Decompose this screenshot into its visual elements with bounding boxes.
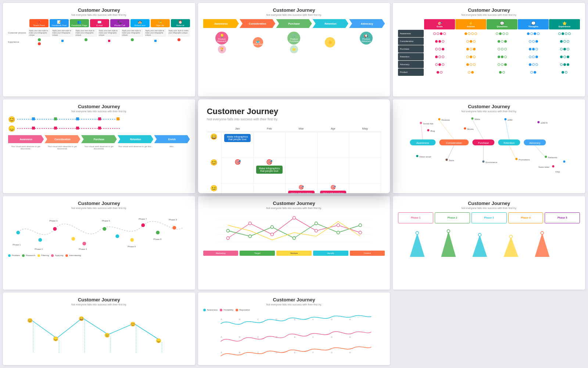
task-jan-1: Make infographics that people love [224, 134, 251, 142]
phase-box-3: Phase 3 [472, 212, 507, 223]
svg-text:H: H [349, 351, 351, 354]
svg-text:Mocks: Mocks [467, 128, 474, 130]
journey-line-happy [17, 116, 128, 123]
smiley-journey-chart: 😊 😞 😄 😐 😊 😞 [8, 309, 190, 357]
process-label: Customer process [8, 32, 28, 34]
cell-4: Apply your own style to make your infogr… [98, 29, 120, 37]
circle-advocacy: 📢Product Advocacy [360, 32, 373, 45]
svg-text:Phase 1: Phase 1 [12, 244, 21, 246]
task-apr-3: Make infographics that people love [320, 191, 347, 193]
bar-identify: Identify [313, 251, 348, 256]
legend-dot-awareness [203, 309, 206, 311]
svg-text:Phase 2: Phase 2 [35, 248, 43, 250]
circle-purchase: 🛒Product Purchase [287, 32, 300, 45]
slide-3: Customer Journey Not everyone falls into… [393, 3, 585, 96]
svg-text:Promotions: Promotions [519, 159, 530, 161]
legend-dot-interviewing [65, 254, 68, 257]
svg-point-29 [538, 121, 540, 123]
dots-3-2 [455, 45, 486, 53]
header-cell-6: 🏫School tour [130, 19, 150, 27]
matrix-grid: 🎯Goals ⚡Actions 💬Questions 💭Thoughts ⭐Ex… [398, 19, 580, 76]
legend-dot-findability [220, 309, 222, 311]
dots-3-4 [518, 45, 549, 53]
svg-rect-10 [98, 127, 101, 130]
svg-text:A: A [220, 336, 222, 338]
svg-point-102 [478, 233, 481, 236]
slide-6: Customer Journey Not everyone falls into… [393, 99, 585, 193]
slide-1-process-row: Customer process Apply your own style to… [8, 29, 190, 37]
svg-text:C: C [257, 318, 259, 321]
bottom-stage-arrows: Awareness Consideration Purchase Retenti… [8, 135, 190, 143]
svg-text:Webs: Webs [475, 118, 480, 120]
center-subtitle: Not everyone falls into success with the… [207, 117, 381, 121]
slide-11-title: Customer Journey [203, 297, 385, 302]
matrix-header-goals: 🎯Goals [424, 19, 455, 29]
stage-enrich-4: Enrich [154, 135, 190, 143]
dots-3-1 [424, 45, 455, 53]
slide-9-subtitle: Not everyone falls into success with the… [398, 207, 580, 209]
empty-jan-3 [222, 184, 254, 193]
dots-1-5 [549, 30, 580, 37]
desc-2: Your visual work deserves to get discove… [45, 145, 80, 150]
bar-marketing: Marketing [203, 251, 239, 256]
svg-marker-95 [410, 233, 425, 257]
svg-point-45 [552, 165, 555, 167]
svg-text:H: H [349, 318, 351, 321]
svg-text:C: C [257, 351, 259, 354]
matrix-row-retention: Retention [398, 53, 424, 60]
svg-point-84 [293, 216, 295, 219]
svg-text:G: G [331, 336, 333, 338]
legend-reputation-11: Reputation [236, 309, 250, 311]
empty-may-3 [349, 184, 381, 193]
dots-2-1 [424, 38, 455, 45]
slide-2: Customer Journey Not everyone falls into… [198, 3, 390, 96]
svg-point-83 [270, 233, 273, 236]
header-cell-2: 📝Facebook Post [50, 19, 69, 27]
svg-point-86 [337, 224, 340, 227]
svg-marker-99 [535, 233, 550, 257]
svg-rect-9 [76, 127, 79, 130]
arrow-retention: Retention [313, 19, 348, 28]
legend-awareness-11: Awareness [203, 309, 218, 311]
svg-line-53 [447, 145, 454, 161]
svg-point-59 [38, 238, 42, 242]
slide-9: Customer Journey Not everyone falls into… [393, 196, 585, 290]
slide-1-header: 📌Touch Point 📝Facebook Post 👥Facebook Pa… [8, 19, 190, 27]
wave-legend: Problem Research Filtering Applying Inte… [8, 254, 190, 257]
svg-text:E: E [294, 351, 295, 354]
svg-text:Consideration: Consideration [446, 142, 462, 144]
svg-rect-4 [98, 117, 101, 120]
line-chart-svg [203, 212, 385, 249]
legend-dot-research [22, 254, 25, 257]
smiley-neutral-icon: 😐 [210, 185, 218, 191]
svg-point-31 [427, 129, 430, 131]
dots-2-2 [455, 38, 486, 45]
legend-dot-applying [51, 254, 54, 257]
svg-point-68 [115, 234, 119, 238]
svg-point-100 [416, 231, 419, 234]
desc-1: Your visual work deserves to get discove… [8, 145, 43, 150]
legend-filtering: Filtering [37, 254, 49, 257]
legend-dot-filtering [37, 254, 40, 257]
svg-line-55 [509, 145, 517, 160]
svg-text:B: B [239, 336, 240, 338]
smiley-happy: 😊 [8, 116, 15, 123]
header-cell-4: ✉️E-mail [90, 19, 109, 27]
slide-4-title: Customer Journey [8, 104, 190, 109]
slide-1: Customer Journey Not everyone falls into… [3, 3, 195, 96]
matrix-row-advocacy: Advocacy [398, 61, 424, 68]
slide-10-title: Customer Journey [8, 297, 190, 302]
svg-text:B: B [239, 318, 240, 321]
svg-rect-8 [54, 127, 57, 130]
svg-point-61 [53, 227, 57, 231]
header-cell-7: ✍️Sign Up [151, 19, 170, 27]
journey-line-sad [17, 125, 128, 132]
dots-1-1 [424, 30, 455, 37]
svg-text:Networks: Networks [548, 156, 557, 159]
header-cell-3: 👥Facebook Page [70, 19, 89, 27]
slide-11-subtitle: Not everyone falls into success with the… [203, 303, 385, 306]
svg-text:News letter: News letter [539, 166, 550, 168]
phase-box-5: Phase 5 [545, 212, 580, 223]
svg-point-104 [541, 231, 544, 234]
svg-point-64 [82, 242, 86, 245]
